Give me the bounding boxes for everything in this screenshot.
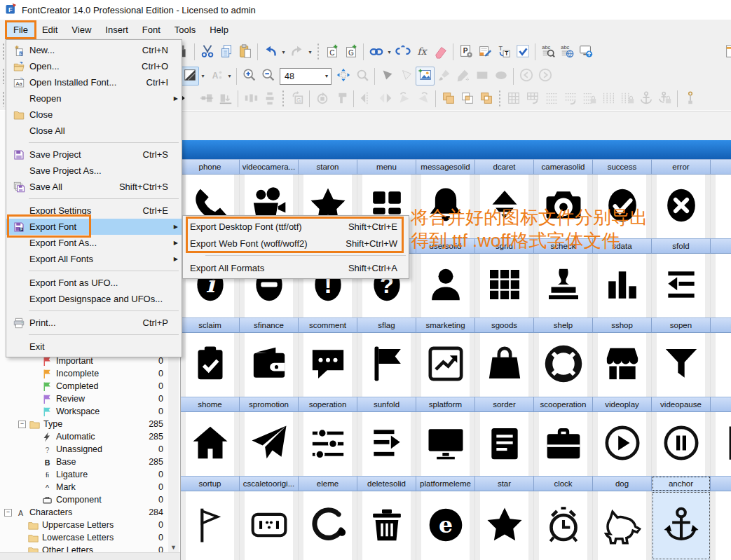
glyph-caption-sfold[interactable]: sfold: [652, 238, 711, 254]
add-glyph-button[interactable]: G: [341, 43, 360, 62]
glyph-caption-g[interactable]: g: [711, 397, 731, 412]
flip-horizontal-button[interactable]: [376, 90, 395, 109]
tree-item-workspace[interactable]: Workspace0: [0, 405, 168, 418]
contrast-knife-button[interactable]: [180, 67, 199, 86]
glyph-caption-camerasolid[interactable]: camerasolid: [534, 159, 593, 175]
tree-expander-icon[interactable]: −: [18, 421, 26, 428]
tree-item-review[interactable]: Review0: [0, 392, 168, 405]
tree-item-automatic[interactable]: Automatic285: [0, 430, 168, 443]
menubar-item-help[interactable]: Help: [203, 22, 235, 38]
play-circle-glyph-cell[interactable]: [593, 412, 652, 476]
tree-item-characters[interactable]: −ACharacters284: [0, 506, 168, 519]
glyph-caption-deletesolid[interactable]: deletesolid: [357, 476, 416, 491]
monitor-glyph-cell[interactable]: [416, 412, 475, 476]
menu-item-open[interactable]: Open...Ctrl+O: [6, 58, 182, 74]
eraser-button[interactable]: [431, 43, 450, 62]
tree-item-ligature[interactable]: fiLigature0: [0, 468, 168, 481]
glyph-caption-sunfold[interactable]: sunfold: [357, 397, 416, 412]
glyph-caption-scomment[interactable]: scomment: [299, 317, 357, 333]
menubar-item-font[interactable]: Font: [135, 22, 168, 38]
edit-metadata-button[interactable]: [475, 43, 494, 62]
menu-item-save-project[interactable]: Save ProjectCtrl+S: [6, 146, 182, 163]
web-preview-button[interactable]: abc: [557, 43, 576, 62]
tree-expander-icon[interactable]: −: [4, 509, 12, 517]
zoom-level-combobox[interactable]: 48▾: [280, 68, 332, 85]
menu-item-save-project-as[interactable]: Save Project As...: [6, 163, 182, 179]
next-glyph-button[interactable]: [535, 67, 554, 86]
connection-button[interactable]: [681, 90, 699, 109]
autofx-button[interactable]: A: [207, 67, 226, 86]
briefcase-glyph-cell[interactable]: [534, 412, 593, 476]
glyph-caption-soperation[interactable]: soperation: [299, 397, 357, 412]
ellipse-tool-button[interactable]: [491, 67, 510, 86]
bar-chart-glyph-cell[interactable]: [593, 254, 652, 317]
glyph-caption-anchor[interactable]: anchor: [652, 476, 711, 491]
glyph-caption-clock[interactable]: clock: [534, 476, 593, 491]
glyph-window-header[interactable]: [181, 140, 731, 159]
glyph-caption-sdata[interactable]: sdata: [593, 238, 652, 254]
page-properties-button[interactable]: P: [456, 43, 475, 62]
redo-button[interactable]: [287, 43, 306, 62]
anchor-lock-button[interactable]: [655, 90, 674, 109]
shopfront-glyph-cell[interactable]: [593, 333, 652, 397]
glyph-caption-sgrid[interactable]: sgrid: [475, 238, 534, 254]
glyph-caption-dcaret[interactable]: dcaret: [475, 159, 534, 175]
glyph-caption-smar[interactable]: smar: [711, 317, 731, 333]
glyph-caption-videocamera[interactable]: videocamera...: [240, 159, 299, 175]
rows-guides-button[interactable]: [542, 90, 561, 109]
glyph-caption-scooperation[interactable]: scooperation: [534, 397, 593, 412]
menu-item-exit[interactable]: Exit: [6, 339, 182, 355]
menu-item-export-font-as-ufo[interactable]: Export Font as UFO...: [6, 275, 182, 291]
zoom-out-button[interactable]: [259, 67, 278, 86]
transform-text-button[interactable]: TT: [494, 43, 513, 62]
menu-item-export-designspace-and-ufos[interactable]: Export Designspace and UFOs...: [6, 291, 182, 307]
tree-item-incomplete[interactable]: Incomplete0: [0, 367, 168, 380]
glyph-caption-videopause[interactable]: videopause: [652, 397, 711, 412]
validate-button[interactable]: [513, 43, 532, 62]
wallet-glyph-cell[interactable]: [240, 333, 299, 397]
glyph-caption-cscaletoorigi[interactable]: cscaletoorigi...: [240, 476, 299, 491]
menubar-item-insert[interactable]: Insert: [98, 22, 135, 38]
camera-glyph-cell[interactable]: [534, 175, 593, 238]
sliders-glyph-cell[interactable]: [299, 412, 357, 476]
comment-dots-glyph-cell[interactable]: [299, 333, 357, 397]
glyph-caption-usersolid[interactable]: usersolid: [416, 238, 475, 254]
check-circle-glyph-cell[interactable]: [593, 175, 652, 238]
menu-item-reopen[interactable]: Reopen▶: [6, 90, 182, 107]
glyph-caption-sgoods[interactable]: sgoods: [475, 317, 534, 333]
rows-d-button[interactable]: [561, 90, 580, 109]
pointer-dark-button[interactable]: [378, 67, 397, 86]
stamp-glyph-cell[interactable]: [534, 254, 593, 317]
brush-button[interactable]: [435, 67, 453, 86]
copy-button[interactable]: [217, 43, 235, 62]
tree-item-uppercase-letters[interactable]: Uppercase Letters0: [0, 519, 168, 531]
menubar-item-file[interactable]: File: [6, 22, 35, 38]
circle-partial-glyph-cell[interactable]: [711, 175, 731, 238]
cols-guides-button[interactable]: [599, 90, 617, 109]
glyph-caption-eleme[interactable]: eleme: [299, 476, 357, 491]
copy-rotate-g-button[interactable]: G: [287, 90, 306, 109]
glyph-caption-sshop[interactable]: sshop: [593, 317, 652, 333]
alarm-clock-glyph-cell[interactable]: [534, 491, 593, 560]
glyph-caption-sorder[interactable]: sorder: [475, 397, 534, 412]
dropdown-arrow-icon[interactable]: ▾: [280, 49, 287, 55]
glyph-caption-sfinance[interactable]: sfinance: [240, 317, 299, 333]
toolbar-grip[interactable]: [2, 91, 5, 107]
submenu-item-export-all-formats[interactable]: Export All FormatsShift+Ctrl+A: [183, 259, 409, 276]
shopping-bag-glyph-cell[interactable]: [475, 333, 534, 397]
push-tool-button[interactable]: [332, 90, 350, 109]
align-center-button[interactable]: [197, 90, 216, 109]
menu-item-export-all-fonts[interactable]: Export All Fonts▶: [6, 251, 182, 267]
unlink-button[interactable]: [393, 43, 412, 62]
tree-item-base[interactable]: BBase285: [0, 456, 168, 468]
fit-to-screen-button[interactable]: [334, 67, 353, 86]
find-text-button[interactable]: abc: [538, 43, 557, 62]
circle-partial-glyph-cell[interactable]: [711, 254, 731, 317]
glyph-caption-sortup[interactable]: sortup: [181, 476, 240, 491]
eleme-logo-glyph-cell[interactable]: [299, 491, 357, 560]
tree-scrollbar[interactable]: ▼: [168, 354, 179, 553]
submenu-item-export-desktop-font-ttf-otf[interactable]: Export Desktop Font (ttf/otf)Shift+Ctrl+…: [183, 218, 409, 235]
rows-lock-button[interactable]: [580, 90, 599, 109]
tree-item-lowercase-letters[interactable]: Lowercase Letters0: [0, 531, 168, 544]
flip-left-button[interactable]: [357, 90, 376, 109]
